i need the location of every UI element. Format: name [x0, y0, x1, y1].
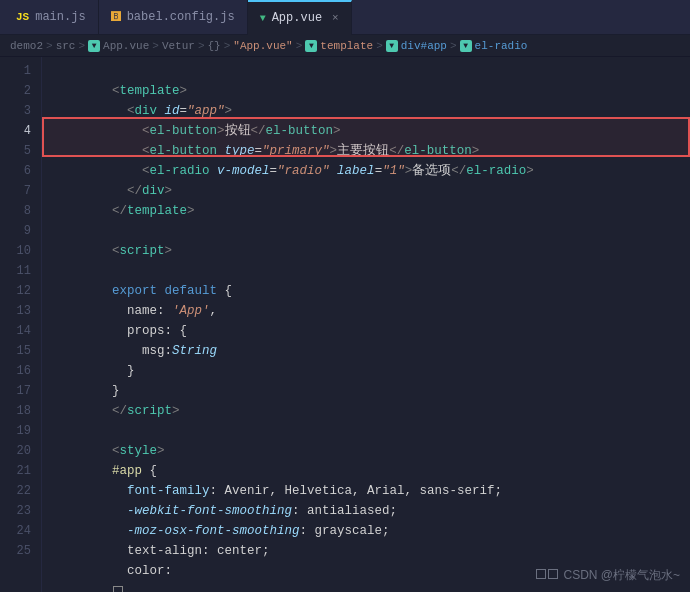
- code-line-16: }: [52, 361, 690, 381]
- ln-19: 19: [0, 421, 31, 441]
- code-line-5: <el-radio v-model="radio" label="1">备选项<…: [52, 141, 690, 161]
- breadcrumb: demo2 > src > ▼ App.vue > Vetur > {} > "…: [0, 35, 690, 57]
- tab-bar: JS main.js 🅱 babel.config.js ▼ App.vue ×: [0, 0, 690, 35]
- code-line-20: #app {: [52, 441, 690, 461]
- bc-app-vue: "App.vue": [233, 40, 292, 52]
- tab-label: App.vue: [272, 11, 322, 25]
- js-icon: JS: [16, 11, 29, 23]
- bc-sep: >: [46, 40, 53, 52]
- ln-25: 25: [0, 541, 31, 561]
- code-line-2: <div id="app">: [52, 81, 690, 101]
- code-line-22: -webkit-font-smoothing: antialiased;: [52, 481, 690, 501]
- bc-template: template: [320, 40, 373, 52]
- editor: 1 2 3 4 5 6 7 8 9 10 11 12 13 14 15 16 1…: [0, 57, 690, 592]
- ln-12: 12: [0, 281, 31, 301]
- bc-elradio: el-radio: [475, 40, 528, 52]
- ln-1: 1: [0, 61, 31, 81]
- tab-main-js[interactable]: JS main.js: [4, 0, 99, 35]
- tab-label: main.js: [35, 10, 85, 24]
- code-line-25: color: #2c3e50;: [52, 541, 690, 561]
- bc-elradio-icon: ▼: [460, 40, 472, 52]
- ln-3: 3: [0, 101, 31, 121]
- vue-icon: ▼: [260, 13, 266, 24]
- code-line-18: [52, 401, 690, 421]
- code-line-15: }: [52, 341, 690, 361]
- color-swatch-1: [113, 586, 123, 592]
- ln-4: 4: [0, 121, 31, 141]
- bc-template-icon: ▼: [305, 40, 317, 52]
- line-numbers: 1 2 3 4 5 6 7 8 9 10 11 12 13 14 15 16 1…: [0, 57, 42, 592]
- code-line-4: <el-button type="primary">主要按钮</el-butto…: [52, 121, 690, 141]
- code-line-8: [52, 201, 690, 221]
- bc-sep: >: [198, 40, 205, 52]
- ln-18: 18: [0, 401, 31, 421]
- code-line-9: <script>: [52, 221, 690, 241]
- code-content[interactable]: <template> <div id="app"> <el-button>按钮<…: [42, 57, 690, 592]
- ln-24: 24: [0, 521, 31, 541]
- bc-sep: >: [78, 40, 85, 52]
- ln-16: 16: [0, 361, 31, 381]
- code-line-23: -moz-osx-font-smoothing: grayscale;: [52, 501, 690, 521]
- ln-9: 9: [0, 221, 31, 241]
- tab-app-vue[interactable]: ▼ App.vue ×: [248, 0, 352, 35]
- code-line-10: [52, 241, 690, 261]
- code-line-11: export default {: [52, 261, 690, 281]
- sq-2: [548, 569, 558, 579]
- code-line-17: </script>: [52, 381, 690, 401]
- bc-part: src: [56, 40, 76, 52]
- bc-divapp: div#app: [401, 40, 447, 52]
- bc-part: {}: [208, 40, 221, 52]
- ln-8: 8: [0, 201, 31, 221]
- code-line-1: <template>: [52, 61, 690, 81]
- ln-6: 6: [0, 161, 31, 181]
- ln-23: 23: [0, 501, 31, 521]
- ln-21: 21: [0, 461, 31, 481]
- bc-div-icon: ▼: [386, 40, 398, 52]
- sq-1: [536, 569, 546, 579]
- bc-part: Vetur: [162, 40, 195, 52]
- code-line-21: font-family: Avenir, Helvetica, Arial, s…: [52, 461, 690, 481]
- code-line-12: name: 'App',: [52, 281, 690, 301]
- ln-2: 2: [0, 81, 31, 101]
- ln-14: 14: [0, 321, 31, 341]
- ln-7: 7: [0, 181, 31, 201]
- csdn-logo: [536, 569, 558, 579]
- babel-icon: 🅱: [111, 11, 121, 23]
- bc-part: demo2: [10, 40, 43, 52]
- bc-sep: >: [450, 40, 457, 52]
- code-area: 1 2 3 4 5 6 7 8 9 10 11 12 13 14 15 16 1…: [0, 57, 690, 592]
- ln-17: 17: [0, 381, 31, 401]
- watermark: CSDN @柠檬气泡水~: [536, 567, 680, 584]
- code-line-6: </div>: [52, 161, 690, 181]
- ln-10: 10: [0, 241, 31, 261]
- code-line-3: <el-button>按钮</el-button>: [52, 101, 690, 121]
- ln-22: 22: [0, 481, 31, 501]
- watermark-text: CSDN @柠檬气泡水~: [563, 568, 680, 582]
- tab-babel-config[interactable]: 🅱 babel.config.js: [99, 0, 248, 35]
- code-line-24: text-align: center;: [52, 521, 690, 541]
- ln-20: 20: [0, 441, 31, 461]
- code-line-14: msg:String: [52, 321, 690, 341]
- ln-11: 11: [0, 261, 31, 281]
- bc-sep: >: [376, 40, 383, 52]
- code-line-13: props: {: [52, 301, 690, 321]
- code-line-7: </template>: [52, 181, 690, 201]
- ln-15: 15: [0, 341, 31, 361]
- code-line-19: <style>: [52, 421, 690, 441]
- tab-label: babel.config.js: [127, 10, 235, 24]
- bc-sep: >: [224, 40, 231, 52]
- bc-part: App.vue: [103, 40, 149, 52]
- bc-vue-icon: ▼: [88, 40, 100, 52]
- bc-sep: >: [152, 40, 159, 52]
- ln-5: 5: [0, 141, 31, 161]
- tab-close-icon[interactable]: ×: [332, 12, 339, 24]
- ln-13: 13: [0, 301, 31, 321]
- bc-sep: >: [296, 40, 303, 52]
